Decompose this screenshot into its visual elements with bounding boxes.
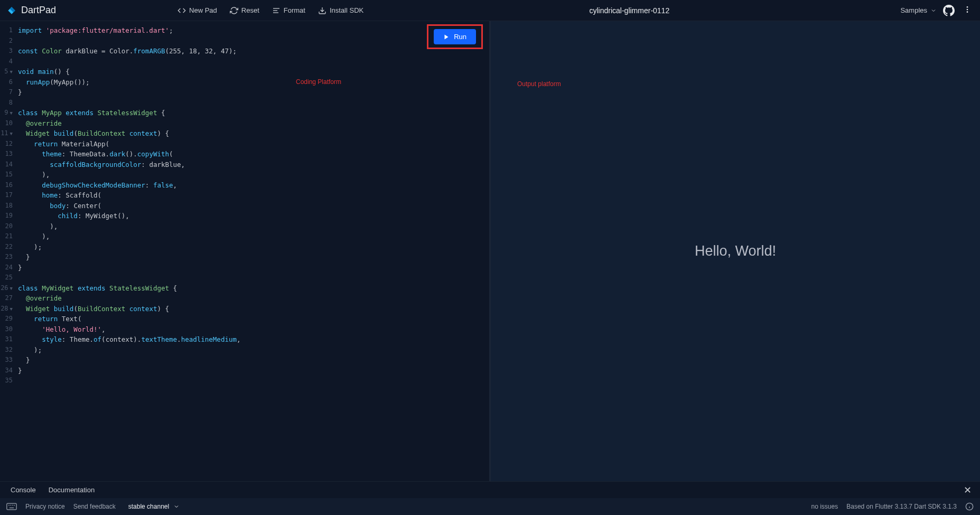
code-line[interactable]: ), [18,221,489,232]
line-number: 9▼ [0,108,13,118]
fold-marker-icon[interactable]: ▼ [8,110,13,116]
annotation-coding-platform: Coding Platform [296,78,341,86]
code-line[interactable]: Widget build(BuildContext context) { [18,128,489,139]
fold-marker-icon[interactable]: ▼ [8,306,13,312]
line-number: 24 [0,263,13,273]
format-icon [272,6,281,15]
line-number: 8 [0,98,13,108]
line-number: 33 [0,355,13,366]
code-line[interactable]: body: Center( [18,201,489,211]
editor-pane: 12345▼6789▼1011▼121314151617181920212223… [0,21,489,481]
svg-point-4 [967,8,968,10]
line-number: 21 [0,231,13,242]
chevron-down-icon [173,503,180,510]
line-number: 14 [0,160,13,170]
svg-point-3 [967,6,968,8]
line-number: 7 [0,87,13,98]
line-number: 4 [0,57,13,67]
line-number: 32 [0,345,13,355]
issues-status: no issues [811,503,838,510]
new-pad-button[interactable]: New Pad [172,4,222,17]
more-menu-button[interactable] [961,3,974,18]
code-line[interactable]: void main() { [18,67,489,77]
code-line[interactable]: runApp(MyApp()); [18,77,489,88]
channel-dropdown[interactable]: stable channel [124,501,184,512]
code-line[interactable]: @override [18,293,489,304]
line-number: 28▼ [0,304,13,314]
footer: Privacy notice Send feedback stable chan… [0,498,980,515]
code-line[interactable]: } [18,252,489,263]
code-line[interactable]: 'Hello, World!', [18,324,489,335]
code-editor[interactable]: import 'package:flutter/material.dart';c… [16,21,489,481]
code-line[interactable]: return Text( [18,314,489,324]
svg-marker-6 [445,34,449,39]
code-line[interactable]: ), [18,231,489,242]
privacy-link[interactable]: Privacy notice [25,503,65,510]
line-number: 27 [0,293,13,304]
logo-section: DartPad [6,5,56,16]
documentation-tab[interactable]: Documentation [42,483,101,497]
code-line[interactable]: } [18,366,489,376]
install-sdk-button[interactable]: Install SDK [313,4,369,17]
line-number: 19 [0,211,13,221]
code-line[interactable] [18,376,489,386]
line-number: 1 [0,25,13,36]
line-number: 25 [0,273,13,283]
line-number: 6 [0,77,13,88]
reset-button[interactable]: Reset [225,4,265,17]
line-number: 18 [0,201,13,211]
code-line[interactable]: } [18,87,489,98]
header: DartPad New Pad Reset Format Install SDK… [0,0,980,21]
code-line[interactable]: Widget build(BuildContext context) { [18,304,489,314]
code-line[interactable] [18,36,489,46]
fold-marker-icon[interactable]: ▼ [8,286,13,291]
annotation-output-platform: Output platform [517,80,561,88]
line-number: 31 [0,334,13,345]
info-icon[interactable] [965,502,974,511]
app-name: DartPad [21,5,56,16]
feedback-link[interactable]: Send feedback [73,503,116,510]
line-number: 16 [0,180,13,191]
keyboard-icon[interactable] [6,503,17,510]
line-number: 3 [0,46,13,57]
code-line[interactable]: import 'package:flutter/material.dart'; [18,25,489,36]
main: 12345▼6789▼1011▼121314151617181920212223… [0,21,980,481]
code-line[interactable] [18,57,489,67]
console-tab[interactable]: Console [4,483,42,497]
code-line[interactable]: ); [18,242,489,252]
fold-marker-icon[interactable]: ▼ [8,131,13,136]
code-line[interactable]: const Color darkBlue = Color.fromARGB(25… [18,46,489,57]
code-line[interactable]: home: Scaffold( [18,190,489,201]
line-number: 17 [0,190,13,201]
line-number: 35 [0,376,13,386]
code-line[interactable]: scaffoldBackgroundColor: darkBlue, [18,160,489,170]
code-line[interactable]: @override [18,118,489,129]
line-number: 2 [0,36,13,46]
fold-marker-icon[interactable]: ▼ [8,69,13,74]
chevron-down-icon [930,7,937,14]
code-line[interactable]: theme: ThemeData.dark().copyWith( [18,149,489,160]
code-line[interactable]: child: MyWidget(), [18,211,489,221]
samples-dropdown[interactable]: Samples [900,6,937,14]
code-line[interactable]: ); [18,345,489,355]
code-line[interactable] [18,98,489,108]
code-icon [178,6,186,15]
format-button[interactable]: Format [267,4,311,17]
code-line[interactable]: return MaterialApp( [18,139,489,149]
code-line[interactable]: style: Theme.of(context).textTheme.headl… [18,334,489,345]
code-line[interactable]: ), [18,170,489,180]
code-line[interactable]: debugShowCheckedModeBanner: false, [18,180,489,191]
code-line[interactable] [18,273,489,283]
github-icon[interactable] [943,5,955,16]
run-highlight-box: Run [427,24,483,49]
code-line[interactable]: } [18,355,489,366]
code-line[interactable]: class MyWidget extends StatelessWidget { [18,283,489,294]
svg-rect-7 [7,503,16,510]
code-line[interactable]: } [18,263,489,273]
run-button[interactable]: Run [434,29,476,44]
close-panel-button[interactable]: ✕ [959,483,976,497]
line-number: 12 [0,139,13,149]
code-line[interactable]: class MyApp extends StatelessWidget { [18,108,489,118]
line-gutter: 12345▼6789▼1011▼121314151617181920212223… [0,21,16,481]
line-number: 23 [0,252,13,263]
